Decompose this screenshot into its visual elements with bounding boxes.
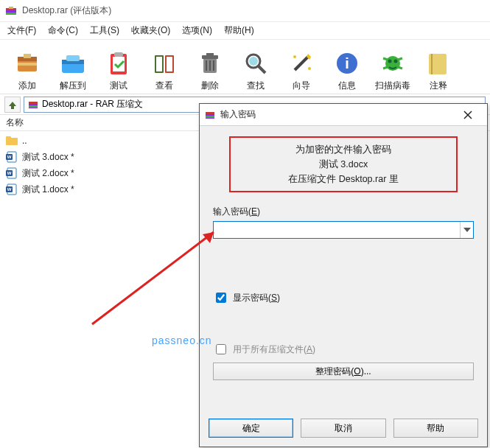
svg-text:W: W [7, 155, 12, 159]
comment-icon [424, 49, 453, 78]
archive-icon [27, 99, 39, 111]
password-dialog: 输入密码 为加密的文件输入密码 测试 3.docx 在压缩文件 Desktop.… [199, 103, 488, 447]
svg-point-34 [388, 60, 392, 63]
svg-text:W: W [7, 187, 12, 192]
toolbar-scan-virus-label: 扫描病毒 [375, 80, 410, 92]
toolbar-test[interactable]: 测试 [96, 49, 141, 92]
toolbar-add-label: 添加 [18, 80, 36, 92]
toolbar-scan-virus[interactable]: 扫描病毒 [370, 49, 416, 92]
toolbar-wizard[interactable]: 向导 [279, 49, 324, 92]
toolbar-comment[interactable]: 注释 [416, 49, 461, 92]
svg-rect-17 [167, 57, 172, 71]
svg-rect-43 [29, 102, 38, 104]
cancel-button[interactable]: 取消 [301, 419, 385, 438]
docx-icon: W [6, 167, 18, 179]
prompt-line-1: 为加密的文件输入密码 [241, 142, 446, 157]
svg-rect-6 [24, 54, 31, 58]
password-dropdown-button[interactable] [460, 222, 473, 238]
dialog-prompt-box: 为加密的文件输入密码 测试 3.docx 在压缩文件 Desktop.rar 里 [229, 136, 458, 192]
svg-rect-58 [206, 116, 214, 118]
list-item-label: 测试 3.docx * [22, 151, 74, 164]
prompt-line-3: 在压缩文件 Desktop.rar 里 [241, 172, 446, 186]
svg-rect-10 [66, 55, 80, 61]
menu-tools[interactable]: 工具(S) [85, 23, 124, 38]
svg-point-30 [308, 67, 311, 70]
trash-delete-icon [195, 49, 225, 78]
menu-favorites[interactable]: 收藏夹(O) [127, 23, 175, 38]
toolbar-add[interactable]: 添加 [4, 49, 50, 92]
virus-scan-icon [378, 49, 407, 78]
menu-help[interactable]: 帮助(H) [220, 23, 259, 38]
toolbar-view-label: 查看 [155, 80, 173, 92]
svg-rect-44 [29, 105, 38, 108]
wand-wizard-icon [287, 49, 316, 78]
window-title: Desktop.rar (评估版本) [22, 4, 111, 17]
svg-line-38 [383, 67, 388, 69]
svg-point-35 [394, 60, 398, 63]
svg-rect-16 [156, 57, 162, 71]
organize-passwords-button[interactable]: 整理密码(O)... [213, 363, 474, 380]
docx-icon: W [6, 151, 18, 163]
toolbar-extract-label: 解压到 [60, 80, 86, 92]
svg-rect-2 [6, 13, 16, 15]
show-password-checkbox[interactable] [216, 293, 226, 303]
watermark-text: passneo.cn [152, 335, 212, 346]
nav-up-button[interactable] [4, 97, 21, 113]
svg-line-39 [398, 67, 402, 69]
address-text: Desktop.rar - RAR 压缩文 [42, 98, 143, 111]
toolbar-info-label: 信息 [338, 80, 356, 92]
svg-point-29 [293, 55, 296, 58]
svg-rect-57 [206, 112, 214, 114]
svg-rect-20 [206, 53, 214, 56]
dialog-button-row: 确定 取消 帮助 [200, 419, 487, 438]
password-input[interactable] [214, 222, 460, 238]
toolbar: 添加 解压到 测试 查看 删除 查找 向导 i 信息 扫描病毒 注释 [0, 40, 490, 94]
archive-add-icon [13, 49, 42, 78]
book-view-icon [150, 49, 179, 78]
toolbar-view[interactable]: 查看 [141, 49, 187, 92]
toolbar-delete-label: 删除 [201, 80, 219, 92]
dialog-close-button[interactable] [453, 105, 483, 125]
dialog-titlebar: 输入密码 [200, 104, 487, 126]
folder-up-icon [6, 135, 18, 147]
svg-rect-3 [9, 7, 13, 9]
winrar-app-icon [204, 109, 216, 121]
info-icon: i [332, 49, 362, 78]
toolbar-extract[interactable]: 解压到 [50, 49, 96, 92]
window-titlebar: Desktop.rar (评估版本) [0, 0, 490, 22]
svg-line-25 [258, 66, 265, 73]
magnifier-find-icon [241, 49, 270, 78]
toolbar-find[interactable]: 查找 [233, 49, 279, 92]
clipboard-test-icon [104, 49, 133, 78]
svg-point-26 [249, 57, 258, 66]
svg-text:W: W [7, 171, 12, 175]
ok-button[interactable]: 确定 [209, 419, 293, 438]
list-item-label: .. [22, 136, 27, 146]
toolbar-wizard-label: 向导 [293, 80, 310, 92]
menubar: 文件(F) 命令(C) 工具(S) 收藏夹(O) 选项(N) 帮助(H) [0, 22, 490, 40]
menu-options[interactable]: 选项(N) [178, 23, 217, 38]
use-for-all-label: 用于所有压缩文件(A) [233, 343, 315, 356]
menu-command[interactable]: 命令(C) [43, 23, 83, 38]
toolbar-comment-label: 注释 [430, 80, 447, 92]
password-combobox[interactable] [213, 221, 474, 239]
svg-text:i: i [345, 55, 349, 71]
toolbar-delete[interactable]: 删除 [187, 49, 233, 92]
svg-rect-12 [113, 57, 125, 71]
help-button[interactable]: 帮助 [393, 419, 478, 438]
use-for-all-row[interactable]: 用于所有压缩文件(A) [213, 342, 474, 357]
menu-file[interactable]: 文件(F) [3, 23, 41, 38]
use-for-all-checkbox[interactable] [216, 344, 226, 354]
show-password-row[interactable]: 显示密码(S) [213, 290, 474, 305]
winrar-app-icon [4, 4, 18, 18]
svg-line-27 [295, 57, 308, 70]
docx-icon: W [6, 183, 18, 195]
list-item-label: 测试 2.docx * [22, 167, 74, 180]
archive-extract-icon [58, 49, 88, 78]
svg-line-36 [383, 58, 388, 60]
toolbar-info[interactable]: i 信息 [324, 49, 370, 92]
dialog-title: 输入密码 [220, 108, 453, 121]
list-item-label: 测试 1.docx * [22, 183, 74, 196]
svg-line-37 [398, 58, 402, 60]
svg-rect-13 [114, 52, 123, 57]
